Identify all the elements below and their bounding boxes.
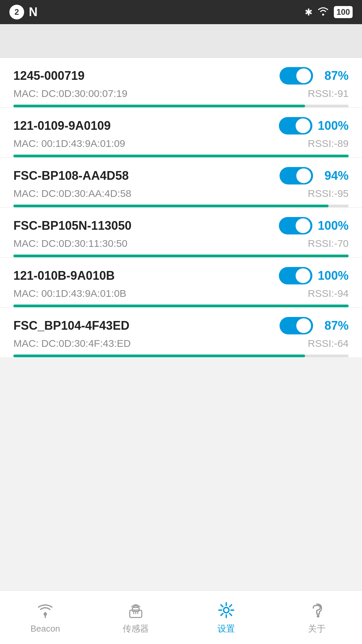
device-right: 100% <box>279 117 349 135</box>
device-top-row: 121-010B-9A010B 100% <box>13 267 349 284</box>
device-mac-row: MAC: 00:1D:43:9A:01:0B RSSI:-94 <box>13 288 349 299</box>
device-rssi: RSSI:-70 <box>308 238 349 249</box>
device-item[interactable]: 121-0109-9A0109 100% MAC: 00:1D:43:9A:01… <box>0 108 362 157</box>
svg-rect-3 <box>132 607 139 611</box>
device-right: 87% <box>280 67 349 85</box>
beacon-icon <box>35 601 55 621</box>
device-mac: MAC: DC:0D:30:4F:43:ED <box>13 338 131 349</box>
device-toggle[interactable] <box>280 317 313 334</box>
device-toggle[interactable] <box>279 217 312 234</box>
tab-about-label: 关于 <box>308 623 325 635</box>
tab-beacon-label: Beacon <box>31 624 60 634</box>
device-percent: 87% <box>318 69 349 83</box>
device-name: 121-0109-9A0109 <box>13 119 111 133</box>
bluetooth-icon: ✱ <box>305 7 312 18</box>
device-rssi: RSSI:-64 <box>308 338 349 349</box>
status-right: ✱ 100 <box>305 6 353 18</box>
device-mac-row: MAC: DC:0D:30:11:30:50 RSSI:-70 <box>13 238 349 249</box>
device-toggle[interactable] <box>280 67 313 85</box>
device-right: 100% <box>279 217 349 234</box>
device-top-row: FSC-BP108-AA4D58 94% <box>13 167 349 184</box>
wifi-icon <box>317 6 329 18</box>
device-progress-bar <box>13 155 349 157</box>
device-mac: MAC: 00:1D:43:9A:01:0B <box>13 288 126 299</box>
tab-sensor-label: 传感器 <box>123 623 149 635</box>
device-top-row: 1245-000719 87% <box>13 67 349 85</box>
status-left: 2 N <box>9 5 38 19</box>
device-progress-fill <box>13 305 349 307</box>
tab-settings[interactable]: 设置 <box>181 600 272 635</box>
device-toggle[interactable] <box>279 267 312 284</box>
device-item[interactable]: FSC-BP108-AA4D58 94% MAC: DC:0D:30:AA:4D… <box>0 158 362 207</box>
device-right: 87% <box>280 317 349 334</box>
device-progress-fill <box>13 255 349 257</box>
tab-beacon[interactable]: Beacon <box>0 601 90 634</box>
device-toggle[interactable] <box>279 117 312 135</box>
device-item[interactable]: 1245-000719 87% MAC: DC:0D:30:00:07:19 R… <box>0 58 362 107</box>
device-rssi: RSSI:-94 <box>308 288 349 299</box>
device-top-row: FSC_BP104-4F43ED 87% <box>13 317 349 334</box>
tab-sensor[interactable]: 传感器 <box>90 600 181 635</box>
svg-point-8 <box>317 615 319 618</box>
settings-icon <box>216 600 236 620</box>
device-progress-fill <box>13 205 328 207</box>
device-progress-fill <box>13 155 349 157</box>
device-name: FSC-BP108-AA4D58 <box>13 169 129 183</box>
device-rssi: RSSI:-89 <box>308 138 349 149</box>
tab-about[interactable]: 关于 <box>272 600 362 635</box>
device-percent: 100% <box>318 119 349 133</box>
device-name: FSC_BP104-4F43ED <box>13 319 129 333</box>
device-top-row: 121-0109-9A0109 100% <box>13 117 349 135</box>
device-list: 1245-000719 87% MAC: DC:0D:30:00:07:19 R… <box>0 58 362 357</box>
device-mac: MAC: DC:0D:30:AA:4D:58 <box>13 188 131 199</box>
device-item[interactable]: FSC_BP104-4F43ED 87% MAC: DC:0D:30:4F:43… <box>0 308 362 357</box>
device-progress-fill <box>13 105 305 107</box>
device-name: 1245-000719 <box>13 69 84 83</box>
bottom-nav: Beacon 传感器 设置 <box>0 590 362 644</box>
device-top-row: FSC-BP105N-113050 100% <box>13 217 349 234</box>
device-name: 121-010B-9A010B <box>13 269 115 283</box>
device-item[interactable]: FSC-BP105N-113050 100% MAC: DC:0D:30:11:… <box>0 208 362 257</box>
device-progress-bar <box>13 205 349 207</box>
device-percent: 100% <box>318 269 349 283</box>
device-mac: MAC: 00:1D:43:9A:01:09 <box>13 138 125 149</box>
device-toggle[interactable] <box>280 167 313 184</box>
device-percent: 87% <box>318 319 349 333</box>
device-rssi: RSSI:-95 <box>308 188 349 199</box>
device-percent: 94% <box>318 169 349 183</box>
sensor-icon <box>126 600 146 620</box>
tab-settings-label: 设置 <box>218 623 235 635</box>
device-mac-row: MAC: DC:0D:30:00:07:19 RSSI:-91 <box>13 88 349 99</box>
n-icon: N <box>29 5 38 19</box>
device-progress-bar <box>13 305 349 307</box>
device-name: FSC-BP105N-113050 <box>13 219 131 233</box>
device-right: 94% <box>280 167 349 184</box>
device-percent: 100% <box>318 219 349 233</box>
status-bar: 2 N ✱ 100 <box>0 0 362 24</box>
device-mac-row: MAC: 00:1D:43:9A:01:09 RSSI:-89 <box>13 138 349 149</box>
device-progress-fill <box>13 355 305 357</box>
notification-badge: 2 <box>9 5 24 19</box>
device-mac: MAC: DC:0D:30:11:30:50 <box>13 238 127 249</box>
device-rssi: RSSI:-91 <box>308 88 349 99</box>
device-progress-bar <box>13 355 349 357</box>
device-item[interactable]: 121-010B-9A010B 100% MAC: 00:1D:43:9A:01… <box>0 258 362 307</box>
device-mac-row: MAC: DC:0D:30:AA:4D:58 RSSI:-95 <box>13 188 349 199</box>
battery-indicator: 100 <box>334 6 353 18</box>
device-right: 100% <box>279 267 349 284</box>
about-icon <box>307 600 327 620</box>
device-progress-bar <box>13 255 349 257</box>
device-mac-row: MAC: DC:0D:30:4F:43:ED RSSI:-64 <box>13 338 349 349</box>
nav-bar <box>0 24 362 58</box>
device-mac: MAC: DC:0D:30:00:07:19 <box>13 88 127 99</box>
device-progress-bar <box>13 105 349 107</box>
svg-point-7 <box>224 607 229 613</box>
